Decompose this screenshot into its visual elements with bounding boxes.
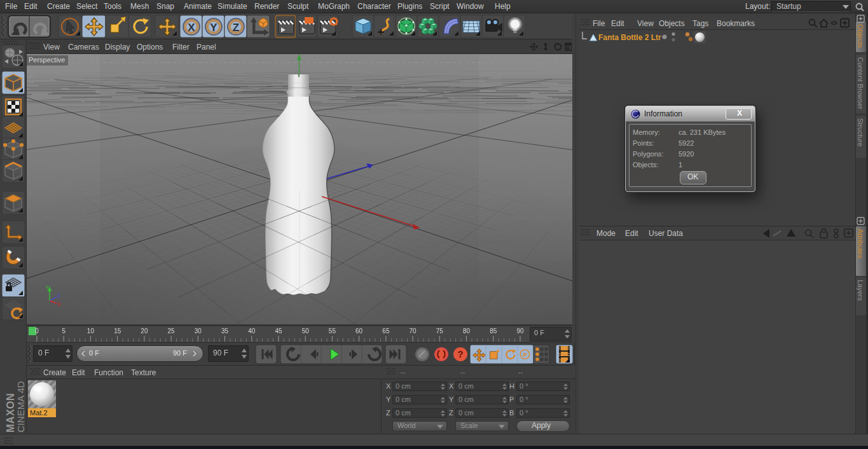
svg-text:CINEMA 4D: CINEMA 4D (15, 381, 26, 432)
svg-text:Attributes: Attributes (857, 229, 864, 259)
svg-text:45: 45 (275, 328, 282, 335)
svg-text:20: 20 (141, 328, 148, 335)
svg-text:25: 25 (168, 328, 176, 335)
svg-text:Z: Z (233, 22, 239, 34)
svg-text:?: ? (457, 349, 463, 359)
svg-text:15: 15 (114, 328, 121, 335)
svg-text:Y: Y (45, 284, 49, 291)
svg-text:Z: Z (57, 293, 60, 299)
svg-text:90: 90 (516, 328, 524, 335)
svg-text:30: 30 (195, 328, 202, 335)
svg-text:Structure: Structure (857, 118, 864, 147)
svg-text:Objects: Objects (857, 24, 864, 48)
svg-text:70: 70 (410, 328, 417, 335)
svg-text:55: 55 (329, 328, 336, 335)
svg-text:MAXON: MAXON (5, 393, 16, 432)
svg-text:65: 65 (382, 328, 390, 335)
svg-text:75: 75 (436, 328, 444, 335)
svg-text:0: 0 (35, 328, 39, 335)
svg-text:X: X (188, 22, 195, 34)
svg-text:P: P (523, 352, 527, 358)
svg-text:Content Browser: Content Browser (857, 57, 864, 109)
svg-text:85: 85 (490, 328, 497, 335)
svg-text:5: 5 (62, 328, 65, 335)
svg-text:Mat.2: Mat.2 (30, 409, 48, 417)
svg-text:50: 50 (302, 328, 310, 335)
svg-text:Y: Y (210, 22, 217, 34)
svg-text:X: X (57, 301, 61, 307)
svg-text:60: 60 (355, 328, 363, 335)
svg-text:35: 35 (221, 328, 229, 335)
svg-text:Layers: Layers (857, 280, 864, 301)
svg-text:10: 10 (87, 328, 95, 335)
svg-text:40: 40 (248, 328, 256, 335)
svg-text:80: 80 (463, 328, 471, 335)
